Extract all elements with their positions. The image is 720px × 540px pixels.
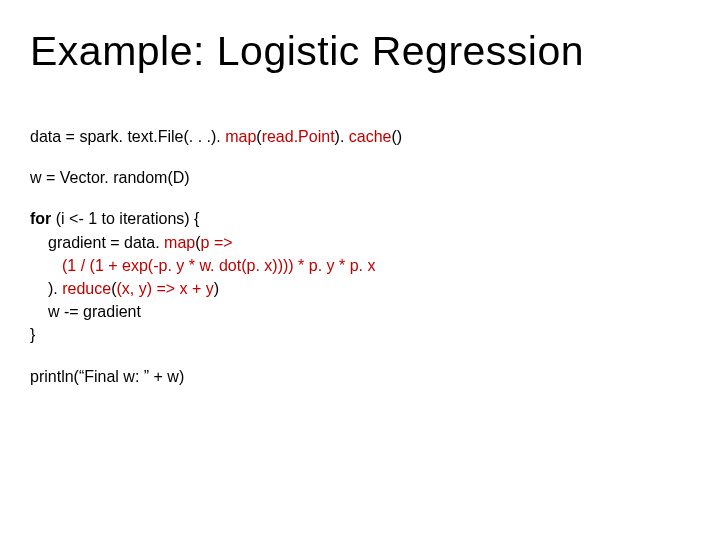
code-keyword-for: for bbox=[30, 210, 51, 227]
code-line-6: ). reduce((x, y) => x + y) bbox=[30, 280, 219, 297]
code-keyword-reduce: reduce bbox=[62, 280, 111, 297]
code-line-2: w = Vector. random(D) bbox=[30, 166, 690, 189]
code-keyword-cache: cache bbox=[349, 128, 392, 145]
code-text: ). bbox=[335, 128, 349, 145]
code-line-9: println(“Final w: ” + w) bbox=[30, 365, 690, 388]
code-block: data = spark. text.File(. . .). map(read… bbox=[30, 125, 690, 388]
code-text: () bbox=[392, 128, 403, 145]
code-text: ) bbox=[214, 280, 219, 297]
code-keyword-map: map bbox=[164, 234, 195, 251]
slide-title: Example: Logistic Regression bbox=[30, 28, 690, 75]
code-text: w = Vector. random(D) bbox=[30, 169, 190, 186]
code-text: (i <- 1 to iterations) { bbox=[51, 210, 199, 227]
code-block-for: for (i <- 1 to iterations) { gradient = … bbox=[30, 207, 690, 346]
code-text: ). bbox=[48, 280, 62, 297]
code-text: gradient = data. bbox=[48, 234, 164, 251]
code-line-7: w -= gradient bbox=[30, 303, 141, 320]
code-lambda-p: p => bbox=[201, 234, 233, 251]
code-line-5: (1 / (1 + exp(-p. y * w. dot(p. x)))) * … bbox=[30, 257, 375, 274]
code-keyword-map: map bbox=[225, 128, 256, 145]
code-text: data = spark. text.File(. . .). bbox=[30, 128, 225, 145]
code-line-8: } bbox=[30, 326, 35, 343]
code-line-1: data = spark. text.File(. . .). map(read… bbox=[30, 125, 690, 148]
code-line-4: gradient = data. map(p => bbox=[30, 234, 233, 251]
code-text: println(“Final w: ” + w) bbox=[30, 368, 184, 385]
code-keyword-readpoint: read.Point bbox=[262, 128, 335, 145]
slide: Example: Logistic Regression data = spar… bbox=[0, 0, 720, 418]
code-lambda-xy: (x, y) => x + y bbox=[116, 280, 213, 297]
